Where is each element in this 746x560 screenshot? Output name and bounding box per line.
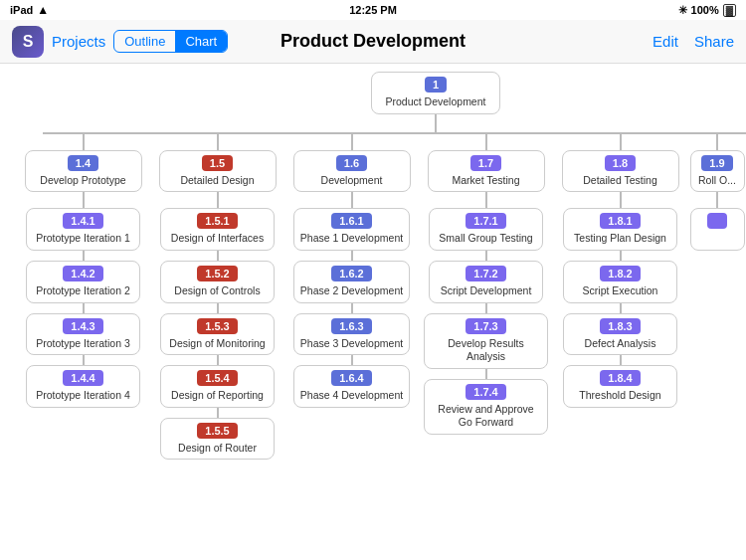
node-1-5-4: 1.5.4 Design of Reporting [160, 365, 275, 408]
node-1-5-3: 1.5.3 Design of Monitoring [160, 313, 275, 356]
col-header-1-4: 1.4 Develop Prototype [25, 150, 142, 193]
node-1-8-3: 1.8.3 Defect Analysis [563, 313, 677, 356]
column-1-4: 1.4 Develop Prototype 1.4.1 Prototype It… [16, 134, 150, 408]
battery-icon: ▓ [723, 4, 736, 17]
view-toggle: Outline Chart [113, 30, 228, 53]
node-1-6-3: 1.6.3 Phase 3 Development [293, 313, 410, 356]
badge-1-6: 1.6 [336, 155, 367, 171]
column-1-9: 1.9 Roll O... [687, 134, 746, 251]
label-1-7: Market Testing [452, 174, 519, 186]
badge-1-9: 1.9 [701, 155, 732, 171]
node-1-4-4: 1.4.4 Prototype Iteration 4 [26, 365, 140, 408]
bluetooth-icon: ✳ [678, 4, 687, 17]
label-1-4: Develop Prototype [40, 174, 125, 186]
node-1-5-1: 1.5.1 Design of Interfaces [160, 208, 275, 251]
status-time: 12:25 PM [349, 4, 397, 16]
col-header-1-6: 1.6 Development [293, 150, 411, 193]
column-1-6: 1.6 Development 1.6.1 Phase 1 Developmen… [284, 134, 419, 408]
col-header-1-5: 1.5 Detailed Design [159, 150, 277, 193]
outline-button[interactable]: Outline [114, 31, 175, 52]
node-1-5-2: 1.5.2 Design of Controls [160, 261, 275, 303]
node-1-8-4: 1.8.4 Threshold Design [563, 365, 677, 408]
node-1-7-1: 1.7.1 Small Group Testing [429, 208, 543, 251]
badge-1-8: 1.8 [605, 155, 636, 171]
wifi-icon: ▲ [37, 3, 49, 17]
app-logo: S [12, 26, 44, 58]
node-1-6-1: 1.6.1 Phase 1 Development [293, 208, 410, 251]
node-1-6-2: 1.6.2 Phase 2 Development [293, 261, 410, 303]
label-1-5: Detailed Design [180, 174, 254, 186]
node-1-8-2: 1.8.2 Script Execution [563, 261, 677, 303]
node-1-4-1: 1.4.1 Prototype Iteration 1 [26, 208, 140, 251]
root-label: Product Development [386, 95, 486, 107]
node-1-5-5: 1.5.5 Design of Router [160, 418, 275, 461]
nav-bar: S Projects Outline Chart Product Develop… [0, 20, 746, 64]
chart-area[interactable]: 1 Product Development 1.4 Develop Protot… [0, 64, 746, 560]
column-1-8: 1.8 Detailed Testing 1.8.1 Testing Plan … [553, 134, 687, 408]
node-1-7-2: 1.7.2 Script Development [429, 261, 543, 303]
badge-1-5: 1.5 [202, 155, 233, 171]
col-header-1-9: 1.9 Roll O... [690, 150, 745, 193]
nav-left: S Projects Outline Chart [12, 26, 228, 58]
status-left: iPad ▲ [10, 3, 49, 17]
col-header-1-7: 1.7 Market Testing [428, 150, 545, 193]
label-1-8: Detailed Testing [583, 174, 657, 186]
node-1-8-1: 1.8.1 Testing Plan Design [563, 208, 677, 251]
badge-1-4: 1.4 [68, 155, 98, 171]
column-1-7: 1.7 Market Testing 1.7.1 Small Group Tes… [419, 134, 553, 435]
status-bar: iPad ▲ 12:25 PM ✳ 100% ▓ [0, 0, 746, 20]
label-1-6: Development [321, 174, 383, 186]
node-1-6-4: 1.6.4 Phase 4 Development [293, 365, 410, 408]
share-button[interactable]: Share [694, 33, 734, 50]
projects-button[interactable]: Projects [52, 33, 105, 50]
node-1-7-3: 1.7.3 Develop Results Analysis [424, 313, 548, 369]
battery-label: 100% [691, 4, 719, 16]
root-node: 1 Product Development [371, 72, 500, 114]
nav-title: Product Development [280, 31, 466, 52]
nav-right: Edit Share [653, 33, 734, 50]
node-1-4-3: 1.4.3 Prototype Iteration 3 [26, 313, 140, 356]
badge-1-7: 1.7 [470, 155, 501, 171]
node-1-4-2: 1.4.2 Prototype Iteration 2 [26, 261, 140, 303]
node-1-9-partial [690, 208, 745, 251]
ipad-label: iPad [10, 4, 33, 16]
label-1-9: Roll O... [698, 174, 736, 186]
status-right: ✳ 100% ▓ [678, 4, 736, 17]
chart-button[interactable]: Chart [175, 31, 227, 52]
col-header-1-8: 1.8 Detailed Testing [562, 150, 679, 193]
edit-button[interactable]: Edit [653, 33, 678, 50]
column-1-5: 1.5 Detailed Design 1.5.1 Design of Inte… [150, 134, 284, 461]
root-badge: 1 [425, 77, 447, 93]
node-1-7-4: 1.7.4 Review and Approve Go Forward [424, 379, 548, 435]
